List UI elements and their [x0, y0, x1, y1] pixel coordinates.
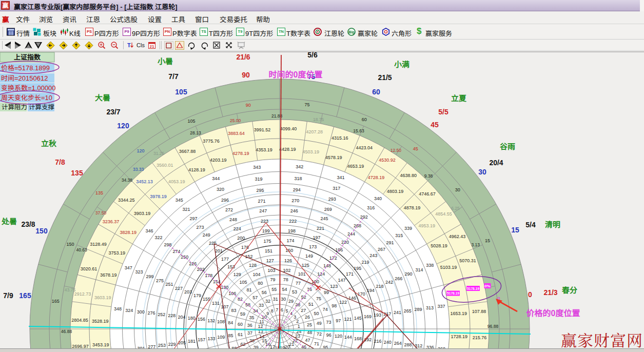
svg-text:46.88: 46.88 — [61, 329, 72, 334]
svg-text:128: 128 — [249, 263, 257, 268]
svg-text:145: 145 — [354, 316, 362, 321]
svg-text:4653.19: 4653.19 — [347, 164, 364, 169]
svg-text:338: 338 — [426, 263, 434, 268]
svg-text:243: 243 — [369, 253, 377, 258]
svg-text:157: 157 — [198, 337, 205, 342]
svg-text:296: 296 — [221, 198, 229, 203]
svg-text:50: 50 — [314, 311, 319, 316]
svg-text:105: 105 — [188, 119, 196, 124]
svg-text:78: 78 — [283, 277, 288, 282]
svg-text:295: 295 — [256, 188, 264, 193]
svg-text:205: 205 — [178, 340, 186, 345]
svg-text:4053.19: 4053.19 — [168, 179, 185, 184]
svg-text:5178.19: 5178.19 — [467, 286, 479, 291]
svg-text:290: 290 — [405, 271, 413, 277]
svg-text:320: 320 — [217, 187, 224, 192]
svg-text:28.13: 28.13 — [190, 130, 201, 135]
svg-text:0%: 0% — [485, 284, 491, 288]
svg-text:180: 180 — [188, 316, 196, 321]
svg-text:249: 249 — [203, 232, 210, 238]
svg-text:227: 227 — [175, 286, 183, 291]
svg-text:3753.19: 3753.19 — [109, 250, 126, 256]
svg-text:221: 221 — [317, 226, 324, 231]
svg-text:313: 313 — [426, 305, 434, 310]
svg-text:59: 59 — [240, 311, 245, 317]
svg-text:267: 267 — [378, 247, 385, 252]
svg-text:319: 319 — [255, 177, 262, 182]
svg-text:275: 275 — [156, 278, 164, 283]
svg-text:120: 120 — [117, 122, 129, 130]
svg-text:5103.19: 5103.19 — [440, 265, 457, 270]
svg-text:4728.19: 4728.19 — [368, 175, 385, 180]
svg-text:5070.31: 5070.31 — [459, 258, 476, 263]
svg-text:3452.13: 3452.13 — [136, 179, 153, 184]
svg-text:316: 316 — [367, 205, 375, 210]
svg-text:149: 149 — [305, 253, 313, 259]
svg-text:248: 248 — [229, 217, 237, 222]
svg-text:33.33: 33.33 — [133, 167, 144, 172]
svg-text:时间的0度位置: 时间的0度位置 — [269, 70, 323, 79]
svg-text:178: 178 — [205, 273, 212, 278]
svg-text:292: 292 — [360, 214, 368, 220]
svg-text:5/5: 5/5 — [438, 108, 448, 116]
svg-text:18.75: 18.75 — [313, 117, 324, 122]
svg-text:240: 240 — [384, 340, 392, 345]
svg-text:107: 107 — [221, 304, 228, 309]
svg-text:120: 120 — [137, 148, 145, 153]
svg-text:268: 268 — [354, 223, 361, 228]
svg-text:4953.19: 4953.19 — [418, 223, 435, 228]
svg-text:4353.19: 4353.19 — [256, 147, 272, 152]
svg-text:270: 270 — [291, 198, 299, 203]
svg-text:7/8: 7/8 — [55, 158, 65, 166]
svg-text:3528.19: 3528.19 — [92, 319, 109, 324]
svg-text:193: 193 — [374, 312, 381, 318]
svg-text:271: 271 — [258, 199, 265, 204]
svg-text:57: 57 — [252, 295, 258, 300]
svg-text:228: 228 — [168, 313, 175, 318]
svg-text:6.25: 6.25 — [451, 206, 460, 211]
svg-text:小满: 小满 — [394, 60, 409, 69]
svg-text:4578.19: 4578.19 — [325, 155, 342, 160]
svg-text:2696.97: 2696.97 — [72, 344, 89, 349]
svg-text:172: 172 — [329, 256, 337, 261]
svg-text:288: 288 — [404, 342, 412, 347]
svg-text:3978.19: 3978.19 — [150, 194, 167, 199]
svg-text:127: 127 — [266, 258, 274, 263]
svg-text:15.63: 15.63 — [353, 128, 364, 133]
svg-text:34.38: 34.38 — [122, 178, 133, 183]
svg-text:56: 56 — [262, 290, 267, 295]
svg-text:322: 322 — [155, 235, 163, 240]
svg-text:151: 151 — [265, 248, 272, 253]
svg-text:31: 31 — [273, 297, 278, 302]
svg-text:3667.88: 3667.88 — [179, 149, 196, 154]
svg-text:4428.19: 4428.19 — [279, 147, 296, 152]
svg-text:4854.55: 4854.55 — [435, 211, 452, 217]
svg-text:74: 74 — [323, 307, 328, 312]
svg-text:4423.04: 4423.04 — [356, 145, 373, 150]
svg-text:价格=5178.1899: 价格=5178.1899 — [1, 64, 50, 72]
svg-text:7/9: 7/9 — [3, 291, 13, 300]
svg-text:29: 29 — [288, 299, 294, 304]
svg-text:处暑: 处暑 — [1, 217, 17, 226]
svg-text:4878.19: 4878.19 — [404, 205, 421, 210]
svg-text:5/6: 5/6 — [307, 51, 318, 59]
svg-text:177: 177 — [221, 257, 229, 262]
svg-text:3678.19: 3678.19 — [100, 272, 117, 278]
svg-text:45: 45 — [413, 146, 418, 151]
svg-text:计算阻力: 计算阻力 — [2, 104, 27, 111]
svg-text:144: 144 — [344, 335, 352, 340]
svg-text:4962.43: 4962.43 — [449, 234, 466, 239]
svg-text:35: 35 — [249, 315, 255, 320]
svg-text:224: 224 — [233, 226, 241, 231]
svg-text:289: 289 — [415, 307, 422, 312]
svg-text:218: 218 — [376, 284, 384, 289]
svg-text:5178.19: 5178.19 — [447, 291, 459, 296]
svg-text:4315.16: 4315.16 — [331, 135, 348, 141]
svg-text:3236.37: 3236.37 — [103, 219, 120, 224]
svg-text:245: 245 — [320, 216, 328, 221]
svg-text:21/6: 21/6 — [236, 53, 250, 61]
svg-text:150: 150 — [66, 242, 74, 247]
svg-text:105: 105 — [175, 88, 187, 96]
svg-text:9: 9 — [266, 311, 269, 316]
svg-text:253: 253 — [158, 343, 166, 348]
